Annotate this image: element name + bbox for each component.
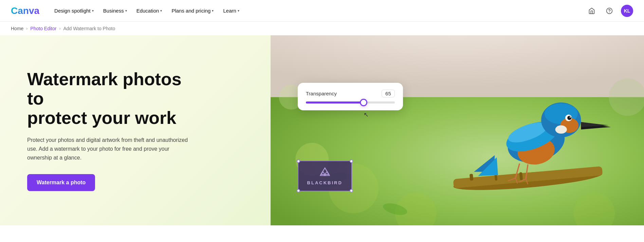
- canva-logo[interactable]: Canva: [11, 5, 39, 16]
- handle-bottom-right[interactable]: [350, 189, 353, 192]
- nav-business[interactable]: Business ▾: [99, 5, 131, 16]
- help-icon-button[interactable]: [603, 5, 615, 17]
- nav-actions: KL: [586, 5, 633, 17]
- slider-cursor-icon: ↖: [364, 111, 369, 118]
- hero-content: Watermark photos to protect your work Pr…: [0, 49, 210, 211]
- nav-education[interactable]: Education ▾: [132, 5, 166, 16]
- nav-learn-chevron: ▾: [238, 9, 239, 13]
- nav-learn-label: Learn: [223, 8, 236, 14]
- watermark-box: BLACKBIRD: [298, 161, 352, 191]
- handle-bottom-left[interactable]: [297, 189, 300, 192]
- nav-items: Design spotlight ▾ Business ▾ Education …: [50, 5, 586, 16]
- hero-title-line1: Watermark photos to: [27, 69, 182, 108]
- nav-plans-pricing[interactable]: Plans and pricing ▾: [167, 5, 218, 16]
- home-icon-button[interactable]: [586, 5, 598, 17]
- handle-top-left[interactable]: [297, 160, 300, 163]
- watermark-photo-button[interactable]: Watermark a photo: [27, 174, 95, 191]
- nav-design-spotlight[interactable]: Design spotlight ▾: [50, 5, 98, 16]
- nav-education-chevron: ▾: [160, 9, 162, 13]
- navigation: Canva Design spotlight ▾ Business ▾ Educ…: [0, 0, 644, 22]
- breadcrumb-home[interactable]: Home: [11, 26, 23, 31]
- watermark-box-area: BLACKBIRD: [298, 161, 352, 191]
- breadcrumb-current-page: Add Watermark to Photo: [63, 26, 115, 31]
- nav-design-spotlight-chevron: ▾: [92, 9, 94, 13]
- user-avatar[interactable]: KL: [621, 5, 633, 17]
- hero-visual: Transparency 65 ↖: [271, 35, 644, 225]
- nav-design-spotlight-label: Design spotlight: [54, 8, 91, 14]
- transparency-value: 65: [382, 90, 395, 97]
- breadcrumb-sep-1: ›: [26, 26, 27, 31]
- breadcrumb-photo-editor[interactable]: Photo Editor: [30, 26, 56, 31]
- hero-title: Watermark photos to protect your work: [27, 70, 200, 128]
- watermark-brand-name: BLACKBIRD: [305, 180, 345, 185]
- hero-title-line2: protect your work: [27, 108, 176, 128]
- nav-learn[interactable]: Learn ▾: [219, 5, 243, 16]
- nav-education-label: Education: [136, 8, 159, 14]
- hero-section: Watermark photos to protect your work Pr…: [0, 35, 644, 225]
- handle-top-right[interactable]: [350, 160, 353, 163]
- svg-point-19: [570, 116, 571, 118]
- nav-plans-pricing-chevron: ▾: [212, 9, 214, 13]
- breadcrumb-sep-2: ›: [59, 26, 60, 31]
- svg-point-18: [567, 116, 571, 120]
- transparency-header: Transparency 65: [306, 90, 395, 97]
- transparency-slider-thumb[interactable]: [360, 99, 367, 106]
- transparency-slider-track[interactable]: [306, 101, 395, 104]
- nav-plans-pricing-label: Plans and pricing: [171, 8, 210, 14]
- transparency-slider-fill: [306, 101, 364, 104]
- watermark-logo-icon: [305, 167, 345, 178]
- svg-rect-6: [470, 174, 473, 181]
- kingfisher-bird: [271, 35, 644, 225]
- nav-business-chevron: ▾: [125, 9, 127, 13]
- transparency-label: Transparency: [306, 91, 337, 96]
- nav-business-label: Business: [103, 8, 124, 14]
- hero-description: Protect your photos and digital artwork …: [27, 136, 190, 162]
- transparency-card: Transparency 65 ↖: [298, 83, 403, 110]
- svg-point-16: [555, 125, 567, 133]
- breadcrumb: Home › Photo Editor › Add Watermark to P…: [0, 22, 644, 35]
